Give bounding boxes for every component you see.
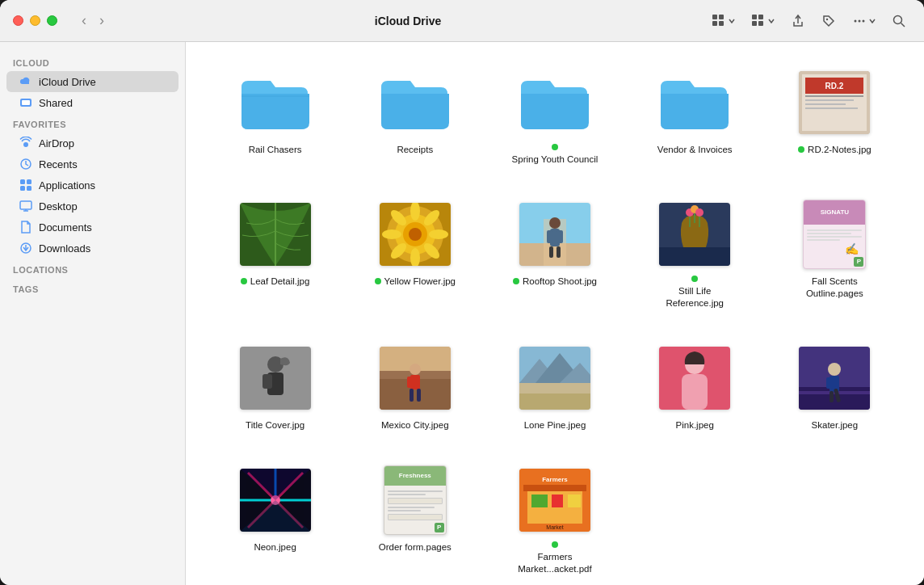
file-item-lone-pine[interactable]: Lone Pine.jpeg: [491, 337, 618, 436]
file-thumb-farmers-market: Farmers Market: [519, 464, 591, 537]
file-thumb-pink: [658, 342, 731, 415]
svg-rect-7: [758, 21, 763, 26]
svg-rect-90: [682, 374, 708, 410]
tag-button[interactable]: [817, 11, 841, 32]
sidebar-item-shared[interactable]: Shared: [6, 92, 178, 113]
sidebar-label-documents: Documents: [39, 221, 92, 234]
svg-rect-86: [519, 394, 590, 410]
sidebar-section-tags: Tags: [0, 278, 185, 297]
sidebar-item-applications[interactable]: Applications: [6, 175, 178, 196]
svg-rect-71: [262, 374, 272, 389]
svg-point-12: [863, 19, 865, 22]
file-label-neon: Neon.jpeg: [254, 541, 296, 553]
forward-button[interactable]: ›: [94, 11, 109, 31]
airdrop-icon: [19, 137, 32, 149]
svg-rect-56: [556, 230, 563, 243]
downloads-icon: [19, 242, 32, 255]
sidebar-item-desktop[interactable]: Desktop: [6, 196, 178, 217]
svg-rect-0: [712, 15, 717, 19]
back-button[interactable]: ‹: [77, 11, 91, 31]
sidebar-label-desktop: Desktop: [39, 200, 78, 213]
file-label-skater: Skater.jpeg: [812, 419, 859, 431]
sidebar-item-airdrop[interactable]: AirDrop: [6, 133, 178, 154]
file-thumb-neon: [239, 464, 312, 537]
more-icon: [852, 14, 867, 28]
search-button[interactable]: [887, 11, 911, 32]
minimize-button[interactable]: [30, 15, 40, 26]
file-label-vendor: Vendor & Invoices: [657, 144, 733, 156]
sync-dot-yellow-flower: [375, 278, 381, 284]
file-item-spring-youth[interactable]: Spring Youth Council: [491, 61, 618, 170]
sidebar-section-icloud: iCloud: [0, 52, 185, 71]
file-item-rail-chasers[interactable]: Rail Chasers: [212, 61, 338, 170]
svg-rect-3: [719, 21, 724, 26]
file-thumb-rail-chasers: [239, 66, 312, 139]
svg-rect-23: [20, 201, 32, 209]
svg-rect-31: [805, 95, 863, 97]
titlebar: ‹ › iCloud Drive: [0, 0, 924, 42]
sidebar-item-documents[interactable]: Documents: [6, 217, 178, 238]
svg-rect-22: [27, 186, 32, 191]
svg-point-17: [23, 142, 28, 147]
file-item-farmers-market[interactable]: Farmers Market Farmers Market...acket.pd…: [491, 459, 618, 580]
sidebar-section-locations: Locations: [0, 259, 185, 278]
file-thumb-mexico-city: [379, 342, 452, 415]
title-cover-preview: [240, 347, 311, 410]
flower-preview: [380, 203, 451, 266]
file-label-receipts: Receipts: [397, 144, 433, 156]
file-item-leaf[interactable]: Leaf Detail.jpg: [212, 193, 338, 314]
file-label-order-form: Order form.pages: [379, 541, 452, 553]
svg-point-41: [409, 228, 422, 241]
file-item-fall-scents[interactable]: SIGNATU ✍ P: [771, 193, 898, 314]
file-label-rail-chasers: Rail Chasers: [249, 144, 302, 156]
sidebar-item-downloads[interactable]: Downloads: [6, 238, 178, 259]
desktop-icon: [19, 200, 32, 213]
file-item-rd2[interactable]: RD.2 RD.2-Notes.jpg: [771, 61, 898, 170]
search-icon: [892, 14, 906, 28]
file-label-rd2: RD.2-Notes.jpg: [798, 144, 872, 156]
file-item-pink[interactable]: Pink.jpeg: [632, 337, 758, 436]
file-label-still-life: Still Life Reference.jpg: [650, 276, 739, 309]
toolbar-right: [707, 11, 911, 32]
maximize-button[interactable]: [47, 15, 57, 26]
file-item-yellow-flower[interactable]: Yellow Flower.jpg: [351, 193, 478, 314]
file-thumb-lone-pine: [519, 342, 591, 415]
folder-icon-receipts: [380, 73, 451, 133]
file-item-receipts[interactable]: Receipts: [351, 61, 478, 170]
file-item-vendor[interactable]: Vendor & Invoices: [632, 61, 758, 170]
file-item-title-cover[interactable]: Title Cover.jpg: [212, 337, 338, 436]
traffic-lights: [13, 15, 57, 26]
file-item-neon[interactable]: Neon.jpeg: [212, 459, 338, 580]
file-item-order-form[interactable]: Freshness P: [351, 459, 478, 580]
tag-icon: [821, 14, 836, 28]
view-gallery-button[interactable]: [746, 11, 779, 32]
nav-buttons: ‹ ›: [77, 11, 109, 31]
share-button[interactable]: [786, 11, 810, 32]
folder-icon-spring-youth: [519, 73, 590, 133]
close-button[interactable]: [13, 15, 23, 26]
file-item-rooftop[interactable]: Rooftop Shoot.jpg: [491, 193, 618, 314]
sidebar-item-icloud-drive[interactable]: iCloud Drive: [6, 71, 178, 92]
svg-rect-55: [547, 230, 553, 243]
folder-icon-rail-chasers: [240, 73, 311, 133]
file-thumb-rd2: RD.2: [798, 66, 871, 139]
svg-rect-19: [20, 179, 25, 184]
view-icons-button[interactable]: [707, 11, 740, 32]
svg-rect-5: [758, 15, 763, 19]
file-item-skater[interactable]: Skater.jpeg: [771, 337, 898, 436]
file-item-still-life[interactable]: Still Life Reference.jpg: [632, 193, 758, 314]
sync-dot-farmers: [552, 541, 558, 548]
svg-rect-32: [805, 99, 854, 101]
more-button[interactable]: [847, 11, 880, 32]
file-thumb-rooftop: [519, 198, 591, 271]
svg-rect-115: [531, 495, 548, 507]
svg-rect-80: [417, 389, 421, 402]
sidebar-item-recents[interactable]: Recents: [6, 154, 178, 175]
file-item-mexico-city[interactable]: Mexico City.jpeg: [351, 337, 478, 436]
doc-icon: [19, 221, 32, 234]
svg-point-13: [894, 15, 902, 23]
skater-preview: [799, 347, 870, 410]
svg-point-53: [549, 217, 561, 229]
svg-text:Market: Market: [546, 524, 563, 530]
files-grid: Rail Chasers Receipts: [212, 61, 898, 580]
